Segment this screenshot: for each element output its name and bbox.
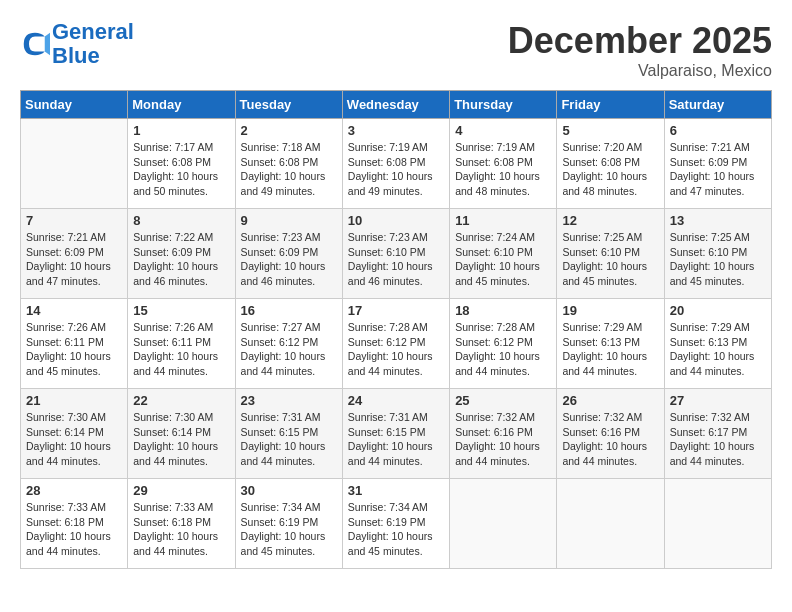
- day-info: Sunrise: 7:21 AMSunset: 6:09 PMDaylight:…: [670, 140, 766, 199]
- day-number: 26: [562, 393, 658, 408]
- calendar-cell: 7Sunrise: 7:21 AMSunset: 6:09 PMDaylight…: [21, 209, 128, 299]
- calendar-cell: 20Sunrise: 7:29 AMSunset: 6:13 PMDayligh…: [664, 299, 771, 389]
- day-info: Sunrise: 7:25 AMSunset: 6:10 PMDaylight:…: [562, 230, 658, 289]
- calendar-cell: 17Sunrise: 7:28 AMSunset: 6:12 PMDayligh…: [342, 299, 449, 389]
- logo-line1: General: [52, 19, 134, 44]
- day-number: 9: [241, 213, 337, 228]
- title-block: December 2025 Valparaiso, Mexico: [508, 20, 772, 80]
- weekday-header-saturday: Saturday: [664, 91, 771, 119]
- day-number: 17: [348, 303, 444, 318]
- day-info: Sunrise: 7:19 AMSunset: 6:08 PMDaylight:…: [455, 140, 551, 199]
- day-info: Sunrise: 7:23 AMSunset: 6:10 PMDaylight:…: [348, 230, 444, 289]
- day-info: Sunrise: 7:33 AMSunset: 6:18 PMDaylight:…: [133, 500, 229, 559]
- day-number: 7: [26, 213, 122, 228]
- day-number: 23: [241, 393, 337, 408]
- day-info: Sunrise: 7:17 AMSunset: 6:08 PMDaylight:…: [133, 140, 229, 199]
- calendar-cell: 31Sunrise: 7:34 AMSunset: 6:19 PMDayligh…: [342, 479, 449, 569]
- day-number: 13: [670, 213, 766, 228]
- day-number: 20: [670, 303, 766, 318]
- day-number: 10: [348, 213, 444, 228]
- day-number: 2: [241, 123, 337, 138]
- day-info: Sunrise: 7:26 AMSunset: 6:11 PMDaylight:…: [26, 320, 122, 379]
- week-row-1: 1Sunrise: 7:17 AMSunset: 6:08 PMDaylight…: [21, 119, 772, 209]
- day-number: 22: [133, 393, 229, 408]
- day-number: 1: [133, 123, 229, 138]
- logo-line2: Blue: [52, 43, 100, 68]
- day-info: Sunrise: 7:18 AMSunset: 6:08 PMDaylight:…: [241, 140, 337, 199]
- calendar-cell: 25Sunrise: 7:32 AMSunset: 6:16 PMDayligh…: [450, 389, 557, 479]
- day-info: Sunrise: 7:24 AMSunset: 6:10 PMDaylight:…: [455, 230, 551, 289]
- weekday-header-sunday: Sunday: [21, 91, 128, 119]
- calendar-cell: 30Sunrise: 7:34 AMSunset: 6:19 PMDayligh…: [235, 479, 342, 569]
- calendar-cell: 12Sunrise: 7:25 AMSunset: 6:10 PMDayligh…: [557, 209, 664, 299]
- calendar-header: SundayMondayTuesdayWednesdayThursdayFrid…: [21, 91, 772, 119]
- day-info: Sunrise: 7:32 AMSunset: 6:17 PMDaylight:…: [670, 410, 766, 469]
- day-number: 8: [133, 213, 229, 228]
- calendar-cell: 28Sunrise: 7:33 AMSunset: 6:18 PMDayligh…: [21, 479, 128, 569]
- weekday-header-tuesday: Tuesday: [235, 91, 342, 119]
- calendar-cell: 14Sunrise: 7:26 AMSunset: 6:11 PMDayligh…: [21, 299, 128, 389]
- day-info: Sunrise: 7:34 AMSunset: 6:19 PMDaylight:…: [241, 500, 337, 559]
- day-info: Sunrise: 7:28 AMSunset: 6:12 PMDaylight:…: [348, 320, 444, 379]
- weekday-header-wednesday: Wednesday: [342, 91, 449, 119]
- day-number: 24: [348, 393, 444, 408]
- weekday-header-thursday: Thursday: [450, 91, 557, 119]
- week-row-4: 21Sunrise: 7:30 AMSunset: 6:14 PMDayligh…: [21, 389, 772, 479]
- day-info: Sunrise: 7:32 AMSunset: 6:16 PMDaylight:…: [562, 410, 658, 469]
- day-info: Sunrise: 7:29 AMSunset: 6:13 PMDaylight:…: [670, 320, 766, 379]
- day-info: Sunrise: 7:22 AMSunset: 6:09 PMDaylight:…: [133, 230, 229, 289]
- calendar-cell: [664, 479, 771, 569]
- week-row-3: 14Sunrise: 7:26 AMSunset: 6:11 PMDayligh…: [21, 299, 772, 389]
- calendar-table: SundayMondayTuesdayWednesdayThursdayFrid…: [20, 90, 772, 569]
- day-number: 4: [455, 123, 551, 138]
- location-subtitle: Valparaiso, Mexico: [508, 62, 772, 80]
- day-number: 28: [26, 483, 122, 498]
- day-info: Sunrise: 7:20 AMSunset: 6:08 PMDaylight:…: [562, 140, 658, 199]
- day-info: Sunrise: 7:31 AMSunset: 6:15 PMDaylight:…: [348, 410, 444, 469]
- month-title: December 2025: [508, 20, 772, 62]
- calendar-cell: 10Sunrise: 7:23 AMSunset: 6:10 PMDayligh…: [342, 209, 449, 299]
- day-number: 12: [562, 213, 658, 228]
- calendar-cell: 26Sunrise: 7:32 AMSunset: 6:16 PMDayligh…: [557, 389, 664, 479]
- calendar-cell: 21Sunrise: 7:30 AMSunset: 6:14 PMDayligh…: [21, 389, 128, 479]
- weekday-header-monday: Monday: [128, 91, 235, 119]
- day-info: Sunrise: 7:33 AMSunset: 6:18 PMDaylight:…: [26, 500, 122, 559]
- day-info: Sunrise: 7:26 AMSunset: 6:11 PMDaylight:…: [133, 320, 229, 379]
- calendar-cell: 1Sunrise: 7:17 AMSunset: 6:08 PMDaylight…: [128, 119, 235, 209]
- day-info: Sunrise: 7:30 AMSunset: 6:14 PMDaylight:…: [26, 410, 122, 469]
- calendar-cell: 15Sunrise: 7:26 AMSunset: 6:11 PMDayligh…: [128, 299, 235, 389]
- calendar-cell: 13Sunrise: 7:25 AMSunset: 6:10 PMDayligh…: [664, 209, 771, 299]
- calendar-cell: [21, 119, 128, 209]
- day-number: 30: [241, 483, 337, 498]
- calendar-cell: 19Sunrise: 7:29 AMSunset: 6:13 PMDayligh…: [557, 299, 664, 389]
- day-info: Sunrise: 7:29 AMSunset: 6:13 PMDaylight:…: [562, 320, 658, 379]
- calendar-cell: [557, 479, 664, 569]
- calendar-cell: 5Sunrise: 7:20 AMSunset: 6:08 PMDaylight…: [557, 119, 664, 209]
- day-info: Sunrise: 7:21 AMSunset: 6:09 PMDaylight:…: [26, 230, 122, 289]
- day-info: Sunrise: 7:23 AMSunset: 6:09 PMDaylight:…: [241, 230, 337, 289]
- calendar-cell: [450, 479, 557, 569]
- page-header: General Blue December 2025 Valparaiso, M…: [20, 20, 772, 80]
- day-number: 6: [670, 123, 766, 138]
- calendar-cell: 11Sunrise: 7:24 AMSunset: 6:10 PMDayligh…: [450, 209, 557, 299]
- day-number: 5: [562, 123, 658, 138]
- day-number: 14: [26, 303, 122, 318]
- day-info: Sunrise: 7:31 AMSunset: 6:15 PMDaylight:…: [241, 410, 337, 469]
- calendar-cell: 9Sunrise: 7:23 AMSunset: 6:09 PMDaylight…: [235, 209, 342, 299]
- day-number: 18: [455, 303, 551, 318]
- calendar-cell: 6Sunrise: 7:21 AMSunset: 6:09 PMDaylight…: [664, 119, 771, 209]
- day-info: Sunrise: 7:27 AMSunset: 6:12 PMDaylight:…: [241, 320, 337, 379]
- day-number: 27: [670, 393, 766, 408]
- day-number: 29: [133, 483, 229, 498]
- logo-text: General Blue: [52, 20, 134, 68]
- calendar-body: 1Sunrise: 7:17 AMSunset: 6:08 PMDaylight…: [21, 119, 772, 569]
- logo-icon: [20, 29, 50, 59]
- weekday-header-friday: Friday: [557, 91, 664, 119]
- calendar-cell: 16Sunrise: 7:27 AMSunset: 6:12 PMDayligh…: [235, 299, 342, 389]
- day-info: Sunrise: 7:34 AMSunset: 6:19 PMDaylight:…: [348, 500, 444, 559]
- week-row-2: 7Sunrise: 7:21 AMSunset: 6:09 PMDaylight…: [21, 209, 772, 299]
- calendar-cell: 24Sunrise: 7:31 AMSunset: 6:15 PMDayligh…: [342, 389, 449, 479]
- day-number: 16: [241, 303, 337, 318]
- calendar-cell: 23Sunrise: 7:31 AMSunset: 6:15 PMDayligh…: [235, 389, 342, 479]
- calendar-cell: 18Sunrise: 7:28 AMSunset: 6:12 PMDayligh…: [450, 299, 557, 389]
